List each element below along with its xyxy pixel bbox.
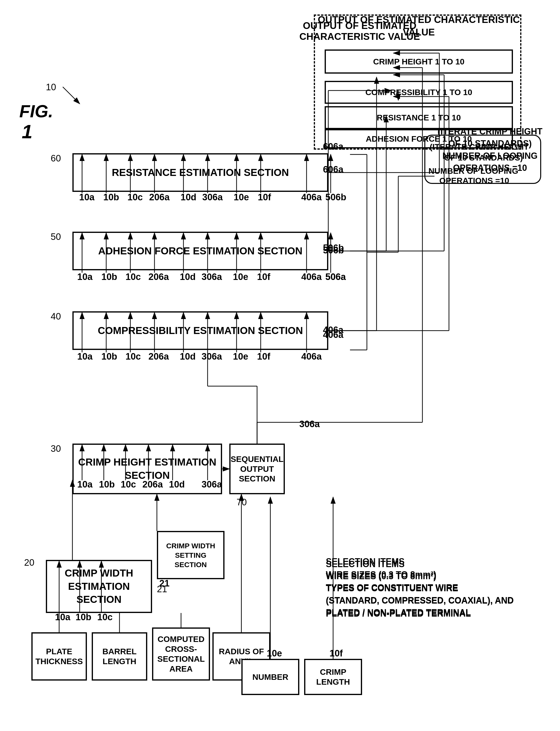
output-crimp-height-box: CRIMP HEIGHT 1 TO 10	[325, 49, 513, 74]
svg-text:10c: 10c	[97, 612, 112, 622]
ref-crimp-width-setting: 21	[157, 584, 167, 594]
svg-text:406a: 406a	[301, 192, 322, 202]
crimp-width-section-box: CRIMP WIDTH ESTIMATION SECTION	[46, 560, 152, 613]
adhesion-section-label: ADHESION FORCE ESTIMATION SECTION	[98, 245, 302, 258]
fig-number: 1	[22, 121, 33, 143]
svg-text:306a: 306a	[202, 272, 222, 282]
fig-label: FIG.	[19, 101, 53, 121]
adhesion-section-box: ADHESION FORCE ESTIMATION SECTION	[72, 232, 328, 270]
svg-text:10c: 10c	[126, 352, 141, 362]
svg-text:506a: 506a	[325, 272, 346, 282]
selection-title: SELECTION ITEMS	[326, 555, 514, 568]
crimp-length-label: CRIMP LENGTH	[305, 667, 361, 687]
svg-text:10e: 10e	[233, 272, 248, 282]
svg-text:10b: 10b	[101, 352, 117, 362]
svg-text:10f: 10f	[258, 192, 271, 202]
ref-crimp-height: 30	[51, 443, 61, 454]
selection-line1: WIRE SIZES (0.3 TO 8mm²)	[326, 568, 514, 581]
svg-text:10e: 10e	[234, 192, 249, 202]
selection-line4: PLATED / NON-PLATED TERMINAL	[326, 607, 514, 620]
svg-text:306a: 306a	[202, 352, 222, 362]
svg-line-2	[63, 87, 80, 104]
svg-text:10d: 10d	[181, 192, 196, 202]
svg-text:506a: 506a	[325, 272, 346, 282]
svg-text:406a: 406a	[301, 272, 322, 282]
loop-line1: (ITERATE CRIMP HEIGHT OF 10 STANDARDS)	[438, 127, 543, 148]
svg-text:OPERATIONS =10: OPERATIONS =10	[439, 176, 509, 185]
svg-text:10d: 10d	[180, 272, 196, 282]
svg-text:10f: 10f	[329, 648, 343, 658]
compressibility-section-box: COMPRESSIBILITY ESTIMATION SECTION	[72, 311, 328, 350]
svg-text:10b: 10b	[103, 192, 119, 202]
svg-text:206a: 206a	[148, 352, 169, 362]
svg-text:306a: 306a	[299, 419, 320, 429]
selection-line3: (STANDARD, COMPRESSED, COAXIAL), AND	[326, 594, 514, 607]
selection-text: SELECTION ITEMS WIRE SIZES (0.3 TO 8mm²)…	[326, 555, 514, 620]
ref-sequential: 70	[237, 497, 247, 507]
ref-crimp-width: 20	[24, 557, 34, 568]
svg-text:10b: 10b	[101, 272, 117, 282]
svg-text:10a: 10a	[77, 352, 93, 362]
svg-text:10e: 10e	[233, 352, 248, 362]
barrel-length-label: BARREL LENGTH	[93, 646, 146, 666]
barrel-length-box: BARREL LENGTH	[92, 632, 147, 681]
cross-section-box: COMPUTED CROSS-SECTIONAL AREA	[152, 627, 210, 681]
crimp-height-section-label: CRIMP HEIGHT ESTIMATION SECTION	[74, 456, 221, 482]
selection-line2: TYPES OF CONSTITUENT WIRE	[326, 581, 514, 594]
number-box: NUMBER	[241, 659, 299, 695]
crimp-width-setting-box: CRIMP WIDTH SETTING SECTION	[157, 531, 224, 579]
ref-resistance: 60	[51, 153, 61, 164]
svg-text:10f: 10f	[257, 352, 270, 362]
ref-10: 10	[46, 82, 56, 92]
resistance-section-label: RESISTANCE ESTIMATION SECTION	[112, 166, 289, 179]
svg-text:10c: 10c	[127, 192, 143, 202]
svg-text:206a: 206a	[149, 192, 170, 202]
output-compressibility-label: COMPRESSIBILITY 1 TO 10	[365, 87, 472, 97]
plate-thickness-box: PLATE THICKNESS	[31, 632, 87, 681]
svg-text:306a: 306a	[202, 192, 223, 202]
svg-text:506b: 506b	[325, 192, 346, 202]
crimp-length-box: CRIMP LENGTH	[304, 659, 362, 695]
svg-text:10a: 10a	[55, 612, 70, 622]
crimp-width-setting-label: CRIMP WIDTH SETTING SECTION	[158, 541, 223, 569]
cross-section-label: COMPUTED CROSS-SECTIONAL AREA	[153, 634, 209, 674]
number-label: NUMBER	[252, 672, 288, 682]
loop-text: (ITERATE CRIMP HEIGHT OF 10 STANDARDS) N…	[432, 126, 548, 174]
diagram-container: FIG. 1 10 OUTPUT OF ESTIMATED CHARACTERI…	[0, 0, 560, 731]
ref-compressibility: 40	[51, 311, 61, 322]
loop-line2: NUMBER OF LOOPING OPERATIONS =10	[442, 151, 538, 173]
output-compressibility-box: COMPRESSIBILITY 1 TO 10	[325, 81, 513, 104]
output-crimp-height-label: CRIMP HEIGHT 1 TO 10	[373, 57, 465, 67]
svg-text:10c: 10c	[126, 272, 141, 282]
output-resistance-label: RESISTANCE 1 TO 10	[377, 113, 461, 123]
resistance-section-box: RESISTANCE ESTIMATION SECTION	[72, 153, 328, 192]
sequential-output-label: SEQUENTIAL OUTPUT SECTION	[231, 454, 284, 484]
ref-adhesion: 50	[51, 232, 61, 242]
svg-text:10f: 10f	[257, 272, 270, 282]
output-title: OUTPUT OF ESTIMATED CHARACTERISTIC VALUE	[315, 13, 523, 38]
svg-text:10a: 10a	[79, 192, 95, 202]
svg-text:10a: 10a	[77, 272, 93, 282]
svg-text:10d: 10d	[180, 352, 196, 362]
crimp-height-section-box: CRIMP HEIGHT ESTIMATION SECTION	[72, 443, 222, 494]
plate-thickness-label: PLATE THICKNESS	[33, 646, 86, 666]
svg-text:10b: 10b	[76, 612, 91, 622]
crimp-width-section-label: CRIMP WIDTH ESTIMATION SECTION	[47, 567, 151, 606]
compressibility-section-label: COMPRESSIBILITY ESTIMATION SECTION	[98, 324, 303, 338]
svg-text:206a: 206a	[148, 272, 169, 282]
sequential-output-box: SEQUENTIAL OUTPUT SECTION	[229, 443, 285, 494]
svg-text:406a: 406a	[301, 352, 322, 362]
